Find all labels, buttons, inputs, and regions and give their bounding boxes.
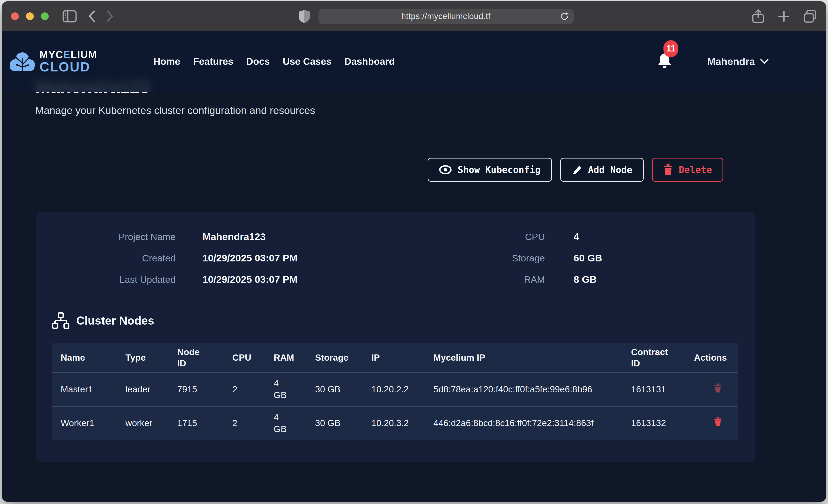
cluster-nodes-header: Cluster Nodes xyxy=(52,312,739,329)
nav-links: HomeFeaturesDocsUse CasesDashboard xyxy=(154,56,395,67)
back-icon[interactable] xyxy=(88,10,95,23)
share-icon[interactable] xyxy=(752,9,764,24)
overview-value: 10/29/2025 03:07 PM xyxy=(175,274,451,285)
overview-value: 60 GB xyxy=(545,252,739,264)
delete-cluster-button[interactable]: Delete xyxy=(652,158,723,182)
cluster-actions: Show Kubeconfig Add Node Delete xyxy=(2,158,826,182)
page-content: Mahendra123 Manage your Kubernetes clust… xyxy=(2,31,826,462)
window-controls xyxy=(11,12,49,20)
logo-e-glyph: E xyxy=(64,49,71,60)
cell-name: Master1 xyxy=(52,373,117,406)
table-row: Master1leader791524 GB30 GB10.20.2.25d8:… xyxy=(52,373,738,406)
delete-node-button[interactable] xyxy=(714,383,722,394)
column-header-node_id: Node ID xyxy=(168,343,223,373)
column-header-actions: Actions xyxy=(691,343,738,373)
cell-name: Worker1 xyxy=(52,406,117,440)
table-row: Worker1worker171524 GB30 GB10.20.3.2446:… xyxy=(52,406,738,440)
cell-actions xyxy=(691,373,738,406)
cell-mycelium_ip: 446:d2a6:8bcd:8c16:ff0f:72e2:3114:863f xyxy=(425,406,622,440)
reload-icon[interactable] xyxy=(560,12,569,21)
column-header-storage: Storage xyxy=(306,343,363,373)
overview-value: Mahendra123 xyxy=(175,231,451,242)
overview-label: Storage xyxy=(451,253,545,264)
cell-ip: 10.20.3.2 xyxy=(363,406,425,440)
cell-node_id: 7915 xyxy=(168,373,223,406)
nav-link-features[interactable]: Features xyxy=(193,56,233,67)
browser-window: https://myceliumcloud.tf Mahendra123 Man… xyxy=(2,1,826,502)
pencil-icon xyxy=(572,165,582,175)
zoom-window-button[interactable] xyxy=(41,12,49,20)
table-header: NameTypeNode IDCPURAMStorageIPMycelium I… xyxy=(52,343,738,373)
overview-value: 8 GB xyxy=(545,274,739,285)
delete-node-button[interactable] xyxy=(714,417,722,428)
overview-label: RAM xyxy=(451,274,545,285)
new-tab-icon[interactable] xyxy=(778,10,790,22)
url-bar[interactable]: https://myceliumcloud.tf xyxy=(319,9,574,24)
overview-label: Project Name xyxy=(52,232,175,242)
delete-label: Delete xyxy=(679,165,712,175)
column-header-ram: RAM xyxy=(265,343,306,373)
notification-badge: 11 xyxy=(663,40,678,57)
show-kubeconfig-button[interactable]: Show Kubeconfig xyxy=(428,158,552,182)
column-header-cpu: CPU xyxy=(223,343,265,373)
column-header-contract_id: Contract ID xyxy=(622,343,691,373)
cluster-overview: Project NameMahendra123CPU4Created10/29/… xyxy=(52,231,739,285)
overview-label: Last Updated xyxy=(52,274,175,285)
column-header-mycelium_ip: Mycelium IP xyxy=(425,343,622,373)
cell-contract_id: 1613132 xyxy=(622,406,691,440)
trash-icon xyxy=(663,164,673,175)
column-header-type: Type xyxy=(117,343,168,373)
url-text: https://myceliumcloud.tf xyxy=(401,11,490,21)
cluster-nodes-title: Cluster Nodes xyxy=(76,314,154,327)
cell-cpu: 2 xyxy=(223,373,265,406)
chevron-down-icon xyxy=(760,59,769,64)
page-viewport: Mahendra123 Manage your Kubernetes clust… xyxy=(2,31,826,502)
add-node-label: Add Node xyxy=(588,165,632,175)
cell-type: leader xyxy=(117,373,168,406)
cell-storage: 30 GB xyxy=(306,406,363,440)
cell-mycelium_ip: 5d8:78ea:a120:f40c:ff0f:a5fe:99e6:8b96 xyxy=(425,373,622,406)
cluster-nodes-icon xyxy=(52,312,70,329)
nav-link-dashboard[interactable]: Dashboard xyxy=(344,56,395,67)
cell-actions xyxy=(691,406,738,440)
trash-icon xyxy=(714,383,722,393)
nav-link-home[interactable]: Home xyxy=(154,56,180,67)
tab-overview-icon[interactable] xyxy=(803,10,817,23)
cell-node_id: 1715 xyxy=(168,406,223,440)
cell-contract_id: 1613131 xyxy=(622,373,691,406)
cell-ip: 10.20.2.2 xyxy=(363,373,425,406)
nav-right: 11 Mahendra xyxy=(657,52,769,71)
overview-value: 4 xyxy=(545,231,739,242)
top-navbar: MYCELIUM CLOUD HomeFeaturesDocsUse Cases… xyxy=(2,31,826,92)
nav-link-docs[interactable]: Docs xyxy=(246,56,270,67)
minimize-window-button[interactable] xyxy=(26,12,34,20)
close-window-button[interactable] xyxy=(11,12,19,20)
add-node-button[interactable]: Add Node xyxy=(560,158,644,182)
sidebar-toggle-icon[interactable] xyxy=(63,10,77,23)
overview-label: Created xyxy=(52,253,175,264)
table-body: Master1leader791524 GB30 GB10.20.2.25d8:… xyxy=(52,373,738,440)
mycelium-cloud-logo[interactable]: MYCELIUM CLOUD xyxy=(8,49,97,75)
user-name: Mahendra xyxy=(707,56,755,67)
nav-link-use-cases[interactable]: Use Cases xyxy=(283,56,331,67)
cluster-nodes-table: NameTypeNode IDCPURAMStorageIPMycelium I… xyxy=(52,343,738,440)
cell-ram: 4 GB xyxy=(265,406,306,440)
forward-icon[interactable] xyxy=(106,10,114,23)
page-subtitle: Manage your Kubernetes cluster configura… xyxy=(35,104,826,117)
logo-text: MYCELIUM CLOUD xyxy=(40,49,97,73)
browser-chrome: https://myceliumcloud.tf xyxy=(2,1,826,31)
chrome-right-icons xyxy=(752,9,817,24)
cell-ram: 4 GB xyxy=(265,373,306,406)
notifications-button[interactable]: 11 xyxy=(657,52,673,71)
user-menu[interactable]: Mahendra xyxy=(707,56,769,67)
overview-value: 10/29/2025 03:07 PM xyxy=(175,252,451,264)
cell-storage: 30 GB xyxy=(306,373,363,406)
address-area: https://myceliumcloud.tf xyxy=(298,9,574,24)
cluster-details-card: Project NameMahendra123CPU4Created10/29/… xyxy=(36,212,755,462)
overview-label: CPU xyxy=(451,232,545,242)
show-kubeconfig-label: Show Kubeconfig xyxy=(458,165,541,175)
column-header-name: Name xyxy=(52,343,117,373)
cloud-logo-icon xyxy=(8,49,36,75)
privacy-shield-icon xyxy=(298,9,310,24)
column-header-ip: IP xyxy=(363,343,425,373)
